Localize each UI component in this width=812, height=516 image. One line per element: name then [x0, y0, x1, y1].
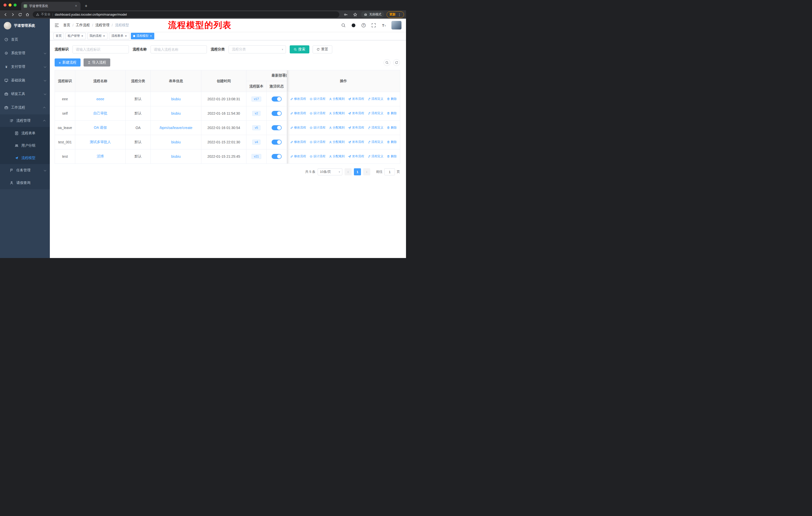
active-toggle[interactable] — [271, 125, 282, 130]
form-info-link[interactable]: /bpm/oa/leave/create — [160, 126, 193, 130]
password-key-icon[interactable] — [342, 11, 349, 18]
window-zoom-button[interactable] — [13, 3, 17, 6]
sidebar-item-payment[interactable]: ¥ 支付管理 — [0, 60, 50, 74]
delete-link[interactable]: 删除 — [387, 140, 397, 144]
next-page-button[interactable]: › — [363, 168, 370, 175]
active-toggle[interactable] — [271, 111, 282, 116]
process-definition-link[interactable]: 流程定义 — [368, 154, 383, 159]
github-icon[interactable] — [351, 23, 356, 28]
table-search-icon[interactable] — [384, 59, 390, 66]
assign-rule-link[interactable]: 分配规则 — [329, 126, 345, 130]
search-button[interactable]: 搜索 — [290, 45, 309, 53]
window-close-button[interactable] — [3, 3, 6, 6]
reload-icon[interactable] — [17, 11, 23, 18]
form-info-link[interactable]: biubiu — [171, 97, 180, 101]
sidebar-item-process-mgmt[interactable]: 流程管理 — [0, 114, 50, 127]
category-select[interactable]: 流程分类 ▾ — [229, 45, 286, 53]
publish-process-link[interactable]: 发布流程 — [348, 154, 364, 159]
close-icon[interactable]: × — [103, 34, 106, 37]
tag-tenant[interactable]: 租户管理 × — [65, 33, 86, 39]
process-key-input[interactable] — [72, 45, 129, 53]
user-avatar[interactable] — [392, 21, 402, 29]
close-icon[interactable]: × — [81, 34, 84, 37]
forward-icon[interactable] — [9, 11, 16, 18]
sidebar-toggle-icon[interactable] — [54, 23, 59, 28]
breadcrumb-home[interactable]: 首页 — [63, 23, 70, 27]
process-definition-link[interactable]: 流程定义 — [368, 111, 383, 115]
new-tab-button[interactable]: + — [83, 3, 89, 9]
sidebar-item-user-group[interactable]: 用户分组 — [0, 139, 50, 152]
delete-link[interactable]: 删除 — [387, 111, 397, 115]
sidebar-item-system[interactable]: 系统管理 — [0, 46, 50, 60]
publish-process-link[interactable]: 发布流程 — [348, 111, 364, 115]
active-toggle[interactable] — [271, 140, 282, 145]
search-icon[interactable] — [341, 23, 346, 28]
edit-process-link[interactable]: 修改流程 — [290, 154, 306, 159]
edit-process-link[interactable]: 修改流程 — [290, 111, 306, 115]
process-definition-link[interactable]: 流程定义 — [368, 140, 383, 144]
active-toggle[interactable] — [271, 154, 282, 159]
publish-process-link[interactable]: 发布流程 — [348, 97, 364, 101]
form-info-link[interactable]: biubiu — [171, 155, 180, 159]
publish-process-link[interactable]: 发布流程 — [348, 126, 364, 130]
assign-rule-link[interactable]: 分配规则 — [329, 140, 345, 144]
design-process-link[interactable]: 设计流程 — [310, 111, 325, 115]
sidebar-logo[interactable]: 芋道管理系统 — [0, 19, 50, 33]
sidebar-item-workflow[interactable]: 工作流程 — [0, 101, 50, 114]
window-minimize-button[interactable] — [8, 3, 11, 6]
form-info-link[interactable]: biubiu — [171, 111, 180, 115]
design-process-link[interactable]: 设计流程 — [310, 97, 325, 101]
tag-my-process[interactable]: 我的流程 × — [87, 33, 108, 39]
assign-rule-link[interactable]: 分配规则 — [329, 154, 345, 159]
publish-process-link[interactable]: 发布流程 — [348, 140, 364, 144]
edit-process-link[interactable]: 修改流程 — [290, 140, 306, 144]
page-size-select[interactable]: 10条/页 ▾ — [318, 168, 342, 175]
process-name-link[interactable]: 自己审批 — [93, 111, 108, 115]
import-process-button[interactable]: 导入流程 — [84, 58, 110, 66]
process-name-link[interactable]: eeee — [96, 97, 104, 101]
process-definition-link[interactable]: 流程定义 — [368, 126, 383, 130]
process-name-input[interactable] — [150, 45, 207, 53]
sidebar-item-task-mgmt[interactable]: 任务管理 — [0, 164, 50, 176]
home-icon[interactable] — [24, 11, 31, 18]
font-size-icon[interactable]: TT — [381, 23, 386, 28]
process-name-link[interactable]: 测试多审批人 — [90, 140, 111, 144]
page-number-button[interactable]: 1 — [354, 168, 361, 175]
process-definition-link[interactable]: 流程定义 — [368, 97, 383, 101]
tag-process-model[interactable]: 流程模型 × — [131, 33, 154, 39]
browser-tab[interactable]: 芋道管理系统 × — [21, 2, 81, 10]
edit-process-link[interactable]: 修改流程 — [290, 126, 306, 130]
tab-close-icon[interactable]: × — [74, 4, 78, 8]
tag-home[interactable]: 首页 — [53, 33, 64, 39]
close-icon[interactable]: × — [150, 34, 152, 37]
sidebar-item-devtools[interactable]: 研发工具 — [0, 87, 50, 101]
delete-link[interactable]: 删除 — [387, 154, 397, 159]
help-icon[interactable]: ? — [361, 23, 366, 28]
sidebar-item-infra[interactable]: 基础设施 — [0, 74, 50, 87]
table-refresh-icon[interactable] — [393, 59, 400, 66]
sidebar-item-leave-query[interactable]: 请假查询 — [0, 176, 50, 189]
breadcrumb-process-mgmt[interactable]: 流程管理 — [95, 23, 110, 27]
delete-link[interactable]: 删除 — [387, 126, 397, 130]
assign-rule-link[interactable]: 分配规则 — [329, 111, 345, 115]
process-name-link[interactable]: 滔博 — [97, 154, 104, 158]
sidebar-item-process-model[interactable]: 流程模型 — [0, 152, 50, 164]
browser-menu-icon[interactable]: ⋮ — [398, 12, 401, 17]
breadcrumb-workflow[interactable]: 工作流程 — [76, 23, 90, 27]
sidebar-item-process-form[interactable]: 流程表单 — [0, 127, 50, 139]
create-process-button[interactable]: + 新建流程 — [55, 58, 81, 66]
form-info-link[interactable]: biubiu — [171, 140, 180, 144]
goto-page-input[interactable] — [384, 168, 395, 175]
process-name-link[interactable]: OA 请假 — [94, 126, 107, 130]
design-process-link[interactable]: 设计流程 — [310, 154, 325, 159]
address-bar[interactable]: 不安全 | dashboard.yudao.iocoder.cn/bpm/man… — [33, 11, 339, 18]
sidebar-item-home[interactable]: 首页 — [0, 33, 50, 46]
update-chip[interactable]: 更新 ⋮ — [387, 11, 404, 18]
bookmark-star-icon[interactable] — [352, 11, 358, 18]
active-toggle[interactable] — [271, 97, 282, 102]
prev-page-button[interactable]: ‹ — [345, 168, 352, 175]
reset-button[interactable]: 重置 — [313, 45, 332, 53]
design-process-link[interactable]: 设计流程 — [310, 140, 325, 144]
delete-link[interactable]: 删除 — [387, 97, 397, 101]
design-process-link[interactable]: 设计流程 — [310, 126, 325, 130]
